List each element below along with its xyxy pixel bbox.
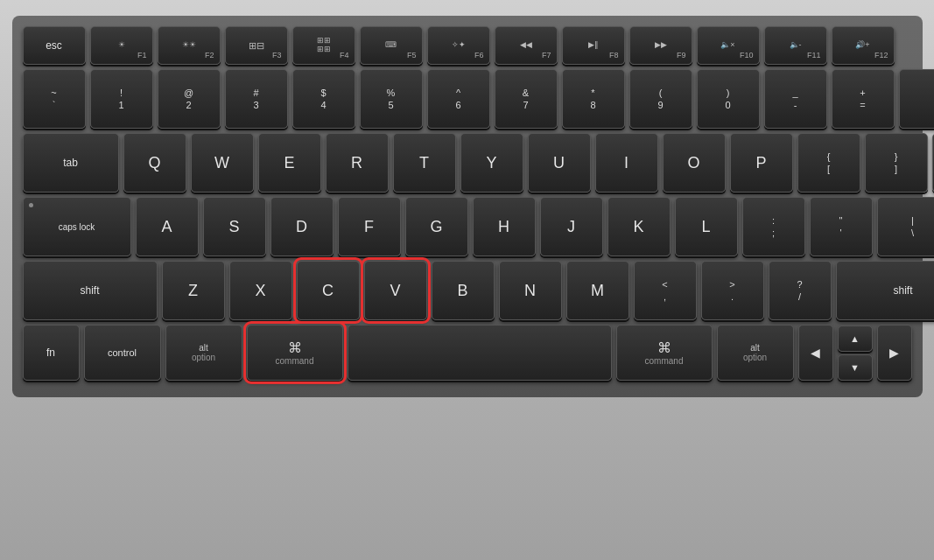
- key-tab[interactable]: tab: [23, 133, 119, 192]
- key-f9[interactable]: ▶▶ F9: [629, 26, 692, 65]
- key-fn[interactable]: fn: [23, 325, 80, 381]
- key-backslash[interactable]: |\: [877, 197, 935, 256]
- key-caps-lock[interactable]: caps lock: [23, 197, 131, 256]
- key-7[interactable]: &7: [495, 69, 558, 129]
- key-backspace[interactable]: ⌫: [899, 69, 935, 129]
- key-d[interactable]: D: [270, 197, 334, 256]
- key-f1[interactable]: ☀ F1: [90, 26, 153, 65]
- key-arrow-right[interactable]: ▶: [877, 325, 912, 381]
- key-t[interactable]: T: [393, 133, 456, 192]
- key-slash[interactable]: ?/: [769, 261, 832, 320]
- key-period[interactable]: >.: [701, 261, 764, 320]
- key-x[interactable]: X: [229, 261, 292, 320]
- key-1[interactable]: !1: [90, 69, 153, 129]
- key-a[interactable]: A: [136, 197, 199, 256]
- key-semicolon[interactable]: :;: [742, 197, 805, 256]
- key-z[interactable]: Z: [162, 261, 225, 320]
- key-f12[interactable]: 🔊+ F12: [832, 26, 895, 65]
- key-arrow-down[interactable]: ▼: [838, 354, 873, 381]
- key-arrow-left[interactable]: ◀: [798, 325, 833, 381]
- modifier-key-row: fn control alt option ⌘ command: [23, 325, 912, 381]
- key-f7[interactable]: ◀◀ F7: [495, 26, 558, 65]
- key-f6[interactable]: ✧✦ F6: [427, 26, 490, 65]
- key-c[interactable]: C: [297, 261, 360, 320]
- key-f4[interactable]: ⊞⊞⊞⊞ F4: [292, 26, 355, 65]
- key-spacebar[interactable]: [348, 325, 612, 381]
- key-f[interactable]: F: [338, 197, 401, 256]
- key-w[interactable]: W: [191, 133, 254, 192]
- key-i[interactable]: I: [595, 133, 658, 192]
- key-j[interactable]: J: [540, 197, 603, 256]
- keyboard-background: esc ☀ F1 ☀☀ F2 ⊞⊟ F3 ⊞⊞⊞⊞ F4 ⌨ F5: [0, 0, 934, 560]
- key-b[interactable]: B: [432, 261, 495, 320]
- keyboard-surface: esc ☀ F1 ☀☀ F2 ⊞⊟ F3 ⊞⊞⊞⊞ F4 ⌨ F5: [12, 16, 923, 397]
- key-2[interactable]: @2: [158, 69, 221, 129]
- key-f11[interactable]: 🔈- F11: [764, 26, 827, 65]
- key-equals[interactable]: +=: [832, 69, 895, 129]
- key-f5[interactable]: ⌨ F5: [360, 26, 423, 65]
- key-q[interactable]: Q: [123, 133, 186, 192]
- key-3[interactable]: #3: [225, 69, 288, 129]
- key-9[interactable]: (9: [629, 69, 692, 129]
- key-option-right[interactable]: alt option: [717, 325, 794, 381]
- key-p[interactable]: P: [730, 133, 793, 192]
- key-8[interactable]: *8: [562, 69, 625, 129]
- key-0[interactable]: )0: [697, 69, 760, 129]
- caps-lock-indicator: [29, 203, 33, 207]
- key-s[interactable]: S: [203, 197, 266, 256]
- key-minus[interactable]: _-: [764, 69, 827, 129]
- key-option[interactable]: alt option: [165, 325, 242, 381]
- bottom-key-row: shift Z X C V B N M <, >. ?/ shift: [23, 261, 912, 320]
- qwerty-key-row: tab Q W E R T Y U I O P {[ }] return: [23, 133, 912, 192]
- key-4[interactable]: $4: [292, 69, 355, 129]
- key-r[interactable]: R: [326, 133, 389, 192]
- key-l[interactable]: L: [675, 197, 738, 256]
- key-n[interactable]: N: [499, 261, 562, 320]
- key-f10[interactable]: 🔈× F10: [697, 26, 760, 65]
- key-5[interactable]: %5: [360, 69, 423, 129]
- key-control[interactable]: control: [84, 325, 161, 381]
- fn-key-row: esc ☀ F1 ☀☀ F2 ⊞⊟ F3 ⊞⊞⊞⊞ F4 ⌨ F5: [23, 26, 912, 65]
- number-key-row: ~ ` !1 @2 #3 $4 %5 ^6 &7: [23, 69, 912, 129]
- key-f2[interactable]: ☀☀ F2: [158, 26, 221, 65]
- key-6[interactable]: ^6: [427, 69, 490, 129]
- key-shift-left[interactable]: shift: [23, 261, 158, 320]
- key-f8[interactable]: ▶‖ F8: [562, 26, 625, 65]
- key-shift-right[interactable]: shift: [836, 261, 935, 320]
- key-quote[interactable]: "': [810, 197, 873, 256]
- key-y[interactable]: Y: [460, 133, 523, 192]
- key-bracket-l[interactable]: {[: [797, 133, 860, 192]
- key-e[interactable]: E: [258, 133, 321, 192]
- key-command-right[interactable]: ⌘ command: [616, 325, 713, 381]
- key-v[interactable]: V: [364, 261, 427, 320]
- key-m[interactable]: M: [566, 261, 629, 320]
- key-comma[interactable]: <,: [634, 261, 697, 320]
- key-o[interactable]: O: [663, 133, 726, 192]
- key-f3[interactable]: ⊞⊟ F3: [225, 26, 288, 65]
- key-k[interactable]: K: [607, 197, 671, 256]
- key-command[interactable]: ⌘ command: [247, 325, 343, 381]
- key-arrow-up[interactable]: ▲: [838, 326, 873, 352]
- key-esc[interactable]: esc: [23, 26, 86, 65]
- key-u[interactable]: U: [528, 133, 591, 192]
- key-backtick[interactable]: ~ `: [23, 69, 86, 129]
- key-g[interactable]: G: [405, 197, 468, 256]
- home-key-row: caps lock A S D F G H J K L :; "' |\: [23, 197, 912, 256]
- key-h[interactable]: H: [473, 197, 536, 256]
- key-bracket-r[interactable]: }]: [865, 133, 928, 192]
